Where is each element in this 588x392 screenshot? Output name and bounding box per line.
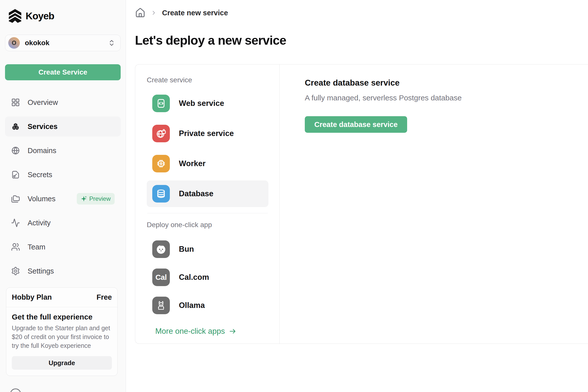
koyeb-logo-icon: [9, 9, 22, 23]
database-icon: [152, 185, 170, 203]
ollama-icon: [152, 297, 170, 314]
globe-lock-icon: [152, 125, 170, 142]
plan-description: Upgrade to the Starter plan and get $20 …: [12, 324, 112, 350]
sidebar-item-label: Overview: [28, 98, 58, 107]
one-click-app-ollama[interactable]: Ollama: [147, 293, 268, 318]
brand-logo[interactable]: Koyeb: [9, 9, 121, 23]
cubes-icon: [11, 122, 20, 131]
sidebar-item-label: Settings: [28, 267, 54, 275]
create-database-service-button[interactable]: Create database service: [305, 116, 407, 133]
preview-badge-label: Preview: [89, 195, 111, 202]
create-service-label: Create service: [147, 76, 268, 84]
sidebar-item-secrets[interactable]: Secrets: [5, 165, 121, 185]
one-click-app-label: Cal.com: [179, 273, 209, 282]
org-switcher[interactable]: O okokok: [5, 35, 121, 51]
partial-bottom-icon: [10, 388, 21, 392]
one-click-app-label: Ollama: [179, 301, 205, 310]
bun-icon: [152, 240, 170, 258]
file-key-icon: [11, 170, 20, 179]
sidebar-item-label: Team: [28, 243, 45, 251]
service-type-database[interactable]: Database: [147, 180, 268, 207]
detail-subtitle: A fully managed, serverless Postgres dat…: [305, 94, 588, 102]
grid-icon: [11, 98, 20, 107]
sidebar-item-settings[interactable]: Settings: [5, 261, 121, 281]
one-click-app-label: Bun: [179, 245, 194, 254]
sparkles-icon: [81, 196, 87, 202]
preview-badge: Preview: [77, 193, 115, 205]
arrow-right-icon: [229, 328, 236, 335]
gear-icon: [11, 267, 20, 276]
pulse-icon: [11, 218, 20, 227]
breadcrumb: Create new service: [135, 7, 588, 19]
breadcrumb-current: Create new service: [162, 9, 228, 17]
service-type-private[interactable]: Private service: [147, 120, 268, 147]
sidebar-item-services[interactable]: Services: [5, 116, 121, 137]
plan-card: Hobby Plan Free Get the full experience …: [6, 287, 118, 376]
org-avatar: O: [8, 37, 20, 49]
service-type-label: Web service: [179, 99, 224, 108]
service-type-web[interactable]: Web service: [147, 90, 268, 117]
globe-icon: [11, 146, 20, 155]
cal-icon: Cal: [152, 269, 170, 286]
sidebar-nav: Overview Services Domains Secrets: [5, 92, 121, 281]
sidebar-item-activity[interactable]: Activity: [5, 213, 121, 233]
create-service-panel: Create service Web service: [135, 64, 588, 344]
brand-name: Koyeb: [26, 11, 54, 22]
users-icon: [11, 242, 20, 251]
one-click-app-list: Bun Cal Cal.com: [147, 236, 268, 318]
service-type-label: Worker: [179, 159, 205, 168]
upgrade-button[interactable]: Upgrade: [12, 356, 112, 370]
sidebar-item-volumes[interactable]: Volumes Preview: [5, 189, 121, 209]
section-divider: [147, 213, 268, 213]
sidebar-item-label: Secrets: [28, 171, 52, 179]
folders-icon: [11, 194, 20, 203]
chevrons-up-down-icon: [108, 39, 115, 47]
home-icon[interactable]: [135, 8, 145, 18]
plan-price: Free: [97, 293, 112, 301]
code-window-icon: [152, 95, 170, 112]
service-detail-column: Create database service A fully managed,…: [280, 64, 588, 344]
service-type-list: Web service P: [147, 90, 268, 207]
one-click-label: Deploy one-click app: [147, 221, 268, 229]
plan-headline: Get the full experience: [12, 313, 112, 321]
chevron-right-icon: [151, 10, 157, 16]
create-service-button[interactable]: Create Service: [5, 64, 121, 80]
sidebar-item-overview[interactable]: Overview: [5, 92, 121, 112]
sidebar: Koyeb O okokok Create Service Overview S…: [0, 0, 126, 392]
one-click-app-cal[interactable]: Cal Cal.com: [147, 265, 268, 290]
service-type-label: Private service: [179, 129, 234, 138]
page-title: Let's deploy a new service: [135, 33, 588, 48]
sidebar-item-label: Activity: [28, 219, 51, 227]
service-type-worker[interactable]: Worker: [147, 150, 268, 177]
cpu-icon: [152, 155, 170, 172]
one-click-app-bun[interactable]: Bun: [147, 236, 268, 262]
service-type-column: Create service Web service: [135, 64, 280, 344]
sidebar-item-domains[interactable]: Domains: [5, 141, 121, 161]
main-content: Create new service Let's deploy a new se…: [126, 0, 588, 392]
detail-title: Create database service: [305, 78, 588, 88]
sidebar-item-label: Volumes: [28, 195, 55, 203]
org-name: okokok: [25, 39, 103, 47]
more-one-click-apps-link[interactable]: More one-click apps: [155, 327, 268, 336]
sidebar-item-label: Domains: [28, 147, 56, 155]
sidebar-item-label: Services: [28, 122, 57, 131]
plan-name: Hobby Plan: [12, 293, 52, 301]
sidebar-item-team[interactable]: Team: [5, 237, 121, 257]
service-type-label: Database: [179, 189, 213, 198]
